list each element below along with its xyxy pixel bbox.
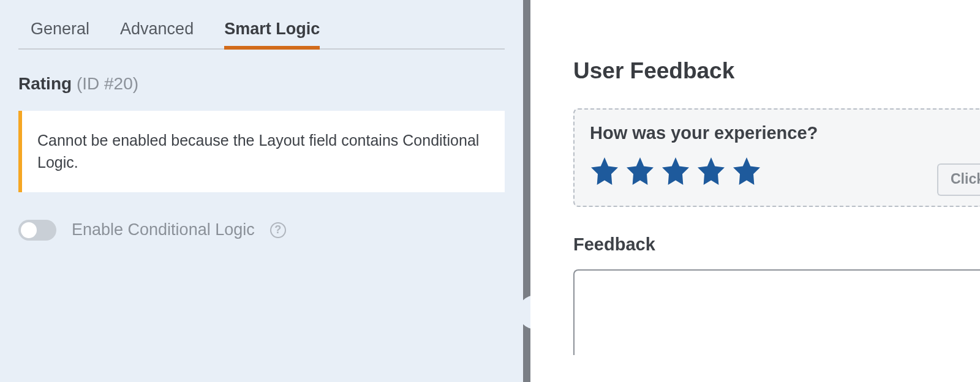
tab-advanced[interactable]: Advanced	[120, 12, 194, 48]
feedback-textarea[interactable]	[573, 269, 980, 355]
star-icon[interactable]	[625, 157, 655, 186]
star-icon[interactable]	[732, 157, 761, 186]
star-icon[interactable]	[661, 157, 690, 186]
star-icon[interactable]	[590, 157, 619, 186]
disabled-notice: Cannot be enabled because the Layout fie…	[18, 111, 505, 192]
panel-divider[interactable]: ‹	[523, 0, 530, 382]
star-rating[interactable]	[590, 157, 980, 186]
preview-panel: User Feedback How was your experience? C…	[530, 0, 980, 382]
feedback-label: Feedback	[573, 234, 980, 255]
click-button[interactable]: Click	[937, 163, 980, 196]
help-icon[interactable]: ?	[270, 222, 286, 238]
disabled-notice-text: Cannot be enabled because the Layout fie…	[37, 132, 479, 171]
tab-smart-logic[interactable]: Smart Logic	[224, 12, 320, 48]
field-id: (ID #20)	[77, 74, 138, 93]
tabs: General Advanced Smart Logic	[18, 12, 505, 50]
tab-general[interactable]: General	[31, 12, 89, 48]
conditional-logic-toggle[interactable]	[18, 220, 56, 241]
rating-field-label: How was your experience?	[590, 123, 980, 143]
settings-panel: General Advanced Smart Logic Rating (ID …	[0, 0, 523, 382]
rating-field[interactable]: How was your experience? Click	[573, 108, 980, 207]
field-name: Rating	[18, 74, 72, 93]
conditional-logic-row: Enable Conditional Logic ?	[18, 220, 505, 241]
conditional-logic-label: Enable Conditional Logic	[72, 220, 255, 239]
field-heading: Rating (ID #20)	[18, 74, 505, 94]
star-icon[interactable]	[696, 157, 726, 186]
form-title: User Feedback	[573, 58, 980, 84]
